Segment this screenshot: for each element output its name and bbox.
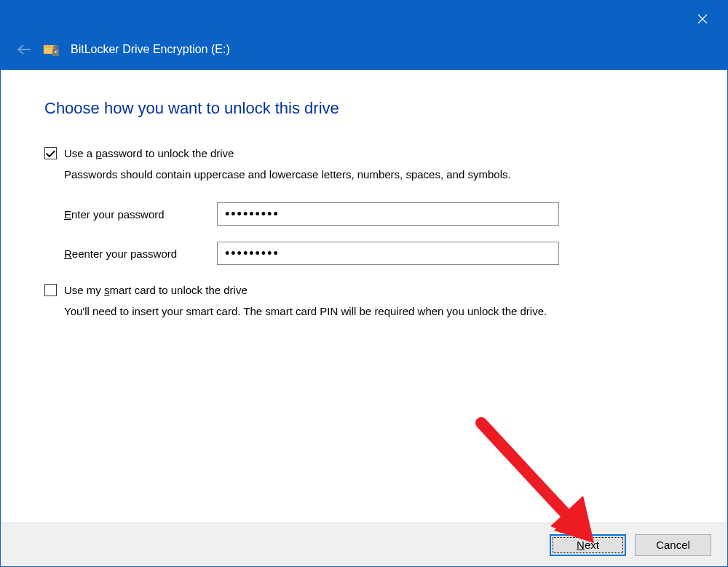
- bitlocker-wizard-window: BitLocker Drive Encryption (E:) Choose h…: [0, 0, 728, 567]
- titlebar: BitLocker Drive Encryption (E:): [1, 1, 727, 70]
- bitlocker-icon: [43, 42, 60, 57]
- back-button[interactable]: [15, 41, 33, 58]
- cancel-button[interactable]: Cancel: [635, 534, 711, 556]
- password-hint: Passwords should contain uppercase and l…: [64, 167, 684, 182]
- use-password-label[interactable]: Use a password to unlock the drive: [64, 147, 234, 159]
- smartcard-option-row: Use my smart card to unlock the drive: [44, 284, 684, 296]
- reenter-password-label: Reenter your password: [64, 247, 217, 260]
- content-area: Choose how you want to unlock this drive…: [1, 70, 727, 523]
- page-heading: Choose how you want to unlock this drive: [44, 99, 684, 118]
- use-smartcard-label[interactable]: Use my smart card to unlock the drive: [64, 284, 248, 296]
- password-option-row: Use a password to unlock the drive: [44, 147, 684, 159]
- window-title: BitLocker Drive Encryption (E:): [71, 43, 230, 56]
- use-password-checkbox[interactable]: [44, 147, 57, 159]
- svg-point-6: [55, 51, 56, 52]
- reenter-password-field[interactable]: [217, 242, 559, 265]
- enter-password-field[interactable]: [217, 202, 559, 226]
- close-button[interactable]: [688, 8, 717, 30]
- footer: Next Cancel: [1, 523, 727, 566]
- use-smartcard-checkbox[interactable]: [44, 284, 57, 296]
- enter-password-label: Enter your password: [64, 208, 217, 221]
- reenter-password-row: Reenter your password: [64, 242, 684, 265]
- smartcard-hint: You'll need to insert your smart card. T…: [64, 304, 684, 319]
- next-button[interactable]: Next: [550, 534, 626, 556]
- enter-password-row: Enter your password: [64, 202, 684, 226]
